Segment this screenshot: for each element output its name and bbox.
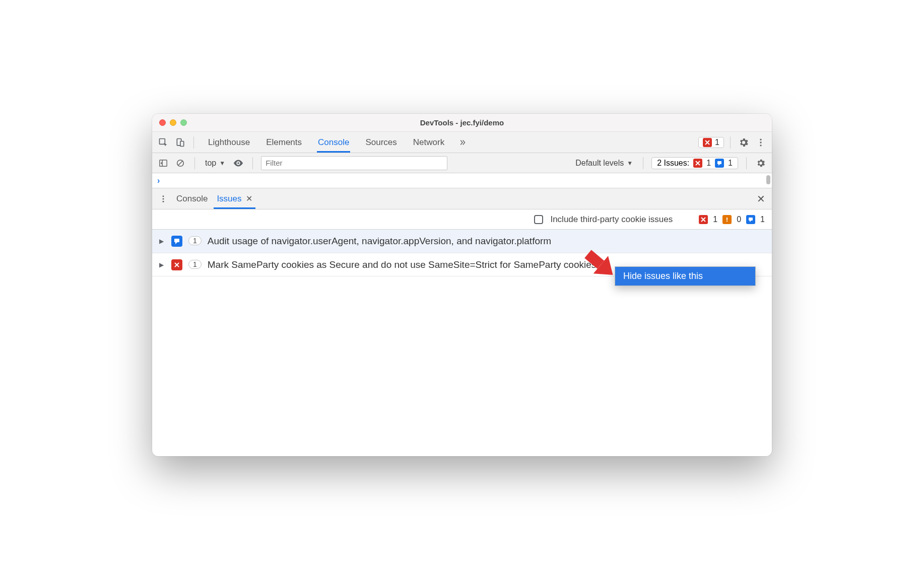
third-party-checkbox-label: Include third-party cookie issues (550, 215, 673, 225)
issues-info-count: 1 (728, 159, 733, 168)
disclosure-triangle-icon[interactable]: ▶ (159, 261, 165, 268)
tab-sources[interactable]: Sources (364, 133, 398, 152)
warning-icon (722, 215, 732, 224)
close-tab-icon[interactable]: ✕ (246, 194, 252, 203)
drawer-tabstrip: Console Issues ✕ ✕ (152, 188, 772, 209)
drawer-tab-issues[interactable]: Issues ✕ (214, 190, 255, 208)
disclosure-triangle-icon[interactable]: ▶ (159, 238, 165, 245)
tab-console[interactable]: Console (317, 133, 350, 152)
issue-title: Audit usage of navigator.userAgent, navi… (208, 235, 765, 248)
svg-point-8 (237, 162, 239, 164)
svg-rect-14 (727, 221, 728, 222)
issues-summary-label: 2 Issues: (657, 159, 689, 168)
info-icon (171, 236, 182, 247)
info-icon (715, 159, 724, 168)
svg-point-3 (760, 138, 761, 140)
drawer-tab-console[interactable]: Console (173, 190, 211, 208)
main-tabstrip: Lighthouse Elements Console Sources Netw… (152, 132, 772, 153)
error-count: 1 (715, 138, 719, 147)
titlebar: DevTools - jec.fyi/demo (152, 114, 772, 132)
divider (193, 136, 194, 149)
prompt-icon: › (157, 176, 160, 185)
tab-network[interactable]: Network (412, 133, 445, 152)
issue-row[interactable]: ▶ 1 Audit usage of navigator.userAgent, … (152, 230, 772, 253)
svg-point-4 (760, 141, 761, 143)
context-menu: Hide issues like this (615, 266, 756, 286)
clear-console-icon[interactable] (174, 157, 186, 169)
inspect-element-icon[interactable] (156, 135, 170, 150)
window-title: DevTools - jec.fyi/demo (152, 118, 772, 127)
svg-rect-15 (749, 218, 753, 221)
filter-input[interactable] (261, 156, 447, 170)
svg-point-11 (163, 198, 164, 199)
svg-point-12 (163, 200, 164, 202)
kebab-menu-icon[interactable] (754, 135, 768, 150)
warning-count: 0 (737, 215, 741, 224)
issues-summary[interactable]: 2 Issues: 1 1 (651, 157, 738, 169)
chevron-down-icon: ▼ (627, 160, 633, 167)
issue-count-pill: 1 (188, 236, 202, 245)
error-count-badge[interactable]: 1 (698, 137, 724, 148)
drawer-tab-label: Issues (217, 194, 241, 204)
minimize-window-button[interactable] (170, 119, 176, 126)
execution-context-select[interactable]: top ▼ (203, 159, 227, 168)
close-window-button[interactable] (159, 119, 166, 126)
console-settings-icon[interactable] (755, 157, 767, 169)
log-levels-label: Default levels (575, 159, 624, 168)
settings-icon[interactable] (737, 135, 751, 150)
issue-count-pill: 1 (188, 260, 202, 269)
error-icon (703, 138, 712, 147)
svg-rect-2 (180, 141, 184, 146)
divider (194, 157, 195, 169)
window-controls (159, 119, 187, 126)
svg-rect-16 (174, 239, 179, 242)
close-drawer-icon[interactable]: ✕ (754, 192, 768, 206)
scrollbar-thumb[interactable] (766, 175, 770, 184)
tab-lighthouse[interactable]: Lighthouse (207, 133, 251, 152)
tab-elements[interactable]: Elements (265, 133, 303, 152)
maximize-window-button[interactable] (180, 119, 187, 126)
main-tabs: Lighthouse Elements Console Sources Netw… (207, 133, 445, 152)
drawer-tab-label: Console (176, 194, 208, 204)
error-count: 1 (713, 215, 717, 224)
drawer-menu-icon[interactable] (156, 192, 170, 206)
execution-context-label: top (205, 159, 216, 168)
error-icon (171, 259, 182, 270)
annotation-arrow-icon (575, 245, 623, 280)
console-toolbar: top ▼ Default levels ▼ 2 Issues: 1 1 (152, 153, 772, 173)
divider (252, 157, 253, 169)
devtools-window: DevTools - jec.fyi/demo Lighthouse Eleme… (152, 114, 772, 456)
svg-rect-9 (717, 161, 721, 164)
toggle-sidebar-icon[interactable] (157, 157, 169, 169)
info-count: 1 (760, 215, 765, 224)
svg-point-10 (163, 195, 164, 197)
third-party-checkbox[interactable] (534, 215, 543, 224)
error-icon (693, 159, 702, 168)
issues-toolbar: Include third-party cookie issues 1 0 1 (152, 209, 772, 230)
divider (730, 136, 731, 149)
console-prompt-area[interactable]: › (152, 173, 772, 188)
divider (746, 157, 747, 169)
error-icon (699, 215, 708, 224)
svg-rect-13 (727, 218, 728, 220)
context-menu-item-hide[interactable]: Hide issues like this (615, 267, 755, 286)
svg-point-5 (760, 145, 761, 146)
divider (643, 157, 643, 169)
device-toggle-icon[interactable] (173, 135, 187, 150)
more-tabs-icon[interactable] (455, 135, 470, 150)
info-icon (746, 215, 755, 224)
live-expression-icon[interactable] (232, 157, 244, 169)
issues-error-count: 1 (706, 159, 711, 168)
chevron-down-icon: ▼ (219, 160, 225, 167)
issues-counts: 1 0 1 (699, 215, 765, 224)
log-levels-select[interactable]: Default levels ▼ (573, 159, 635, 168)
